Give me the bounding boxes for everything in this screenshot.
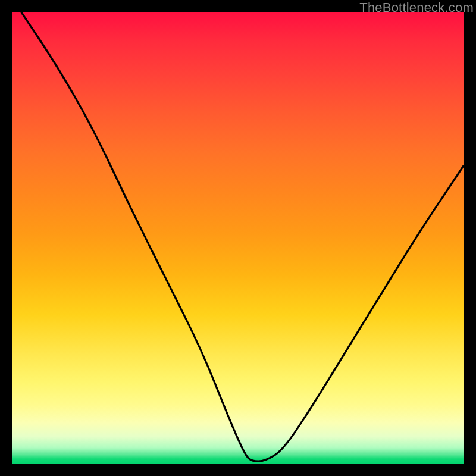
plot-area [12, 12, 464, 464]
bottleneck-curve [12, 12, 464, 464]
watermark-text: TheBottleneck.com [359, 0, 474, 15]
